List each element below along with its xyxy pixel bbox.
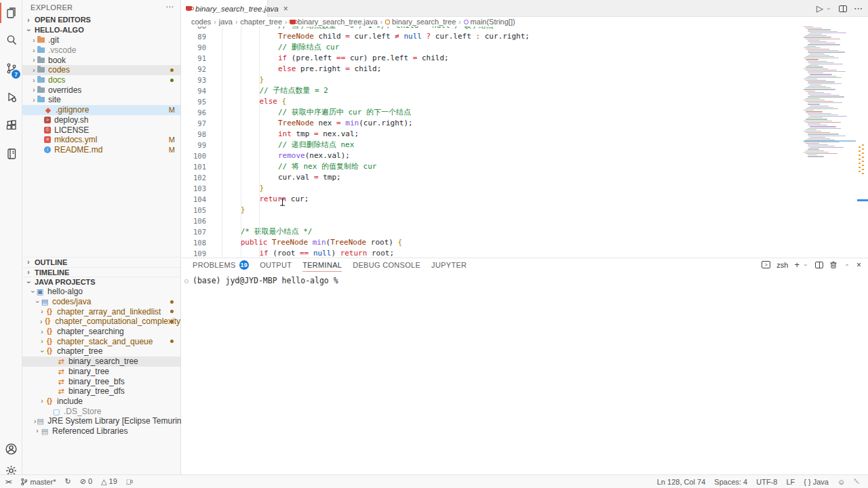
status-lf[interactable]: LF: [786, 478, 795, 486]
status-ln-128-col-74[interactable]: Ln 128, Col 74: [657, 478, 706, 486]
breadcrumb-item[interactable]: chapter_tree: [240, 18, 282, 26]
extensions-icon[interactable]: [0, 114, 22, 137]
tree-item-jre-system-library-eclipse-temurin-17-17-[interactable]: ›▤JRE System Library [Eclipse Temurin 17…: [22, 416, 180, 426]
code-line[interactable]: 89TreeNode child = cur.left ≠ null ? cur…: [182, 31, 868, 42]
source-control-icon[interactable]: 7: [0, 57, 22, 80]
tree-item-codes-java[interactable]: ›▤codes/java: [22, 297, 180, 307]
tree-item-site[interactable]: ›site: [22, 95, 180, 105]
tree-item-mkdocs-yml[interactable]: ≡mkdocs.ymlM: [22, 135, 180, 145]
warnings-icon[interactable]: △ 19: [101, 477, 117, 486]
remote-icon[interactable]: ><: [5, 479, 12, 485]
tree-item--ds-store[interactable]: ▢.DS_Store: [22, 406, 180, 416]
explorer-icon[interactable]: [0, 1, 22, 24]
tree-item-include[interactable]: ›{}include: [22, 396, 180, 407]
tree-item-chapter-searching[interactable]: ›{}chapter_searching: [22, 327, 180, 337]
code-line[interactable]: 88// 当子结点数量 = 0 / 1 时， child = null / 该子…: [182, 26, 868, 31]
more-actions-icon[interactable]: ⋯: [854, 3, 863, 14]
status-spaces-4[interactable]: Spaces: 4: [714, 478, 747, 486]
sync-icon[interactable]: ↻: [64, 477, 71, 486]
run-button[interactable]: ▷: [816, 3, 823, 14]
terminal-prompt[interactable]: (base) jyd@JYD-MBP hello-algo %: [193, 276, 338, 285]
tree-item-deploy-sh[interactable]: >deploy.sh: [22, 115, 180, 125]
code-line[interactable]: 90// 删除结点 cur: [182, 42, 868, 53]
panel-tab-debug-console[interactable]: DEBUG CONSOLE: [353, 258, 420, 272]
bell-icon[interactable]: ␇: [854, 477, 860, 486]
code-line[interactable]: 94// 子结点数量 = 2: [182, 85, 868, 96]
breadcrumb-item[interactable]: java: [219, 18, 233, 26]
close-icon[interactable]: ×: [283, 4, 288, 14]
tree-item-overrides[interactable]: ›overrides: [22, 85, 180, 95]
debug-status-icon[interactable]: ▷ͦ: [126, 478, 132, 486]
breadcrumb-item[interactable]: binary_search_tree.java: [290, 18, 377, 26]
breadcrumb-item[interactable]: main(String[]): [464, 18, 515, 26]
minimap[interactable]: [804, 26, 856, 258]
tree-item-binary-tree-bfs[interactable]: ⇄binary_tree_bfs: [22, 376, 180, 386]
tree-item-chapter-tree[interactable]: ›{}chapter_tree: [22, 346, 180, 357]
maximize-panel-icon[interactable]: ›: [844, 262, 850, 268]
code-line[interactable]: 107/* 获取最小结点 */: [182, 226, 868, 237]
open-editors-header[interactable]: › OPEN EDITORS: [22, 15, 180, 25]
split-terminal-icon[interactable]: [815, 262, 823, 268]
shell-label[interactable]: zsh: [776, 261, 788, 269]
run-debug-icon[interactable]: [0, 85, 22, 108]
terminal-dropdown-icon[interactable]: ›: [802, 262, 809, 268]
code-line[interactable]: 92else pre.right = child;: [182, 64, 868, 75]
panel-tab-jupyter[interactable]: JUPYTER: [431, 258, 467, 272]
code-line[interactable]: 93}: [182, 75, 868, 85]
code-line[interactable]: 97TreeNode nex = min(cur.right);: [182, 118, 868, 129]
code-line[interactable]: 102cur.val = tmp;: [182, 172, 868, 183]
breadcrumb-item[interactable]: binary_search_tree: [385, 18, 456, 26]
code-line[interactable]: 99// 递归删除结点 nex: [182, 140, 868, 150]
workspace-root-header[interactable]: › HELLO-ALGO: [22, 25, 180, 35]
tree-item-license[interactable]: ©LICENSE: [22, 125, 180, 135]
notebook-icon[interactable]: [0, 142, 22, 165]
tree-item-readme-md[interactable]: iREADME.mdM: [22, 145, 180, 155]
close-panel-icon[interactable]: ×: [856, 260, 861, 270]
tree-item-docs[interactable]: ›docs: [22, 75, 180, 85]
tree-item-binary-search-tree[interactable]: ⇄binary_search_tree: [22, 357, 180, 367]
tree-item-codes[interactable]: ›codes: [22, 65, 180, 75]
code-line[interactable]: 109if (root == null) return root;: [182, 248, 868, 258]
new-terminal-icon[interactable]: +: [794, 260, 800, 270]
accounts-icon[interactable]: [0, 437, 22, 460]
tree-item--vscode[interactable]: ›.vscode: [22, 45, 180, 56]
status-utf-8[interactable]: UTF-8: [756, 478, 777, 486]
code-line[interactable]: 98int tmp = nex.val;: [182, 129, 868, 140]
split-editor-icon[interactable]: [839, 5, 847, 12]
errors-icon[interactable]: ⊘ 0: [80, 477, 92, 486]
code-line[interactable]: 108public TreeNode min(TreeNode root) {: [182, 237, 868, 248]
java-projects-section[interactable]: ›JAVA PROJECTS: [22, 277, 180, 287]
breadcrumb-item[interactable]: codes: [191, 18, 211, 26]
code-line[interactable]: 100remove(nex.val);: [182, 150, 868, 161]
search-icon[interactable]: [0, 28, 22, 52]
tree-item-hello-algo[interactable]: ›▣hello-algo: [22, 287, 180, 297]
tab-binary-search-tree[interactable]: binary_search_tree.java ×: [182, 0, 268, 17]
panel-tab-output[interactable]: OUTPUT: [260, 258, 292, 272]
status--java[interactable]: { } Java: [804, 478, 829, 486]
code-line[interactable]: 91if (pre.left == cur) pre.left = child;: [182, 53, 868, 64]
branch-icon[interactable]: master*: [20, 478, 56, 486]
tree-item-chapter-stack-and-queue[interactable]: ›{}chapter_stack_and_queue: [22, 336, 180, 346]
panel-tab-problems[interactable]: PROBLEMS19: [193, 258, 249, 272]
tree-item-chapter-computational-complexity[interactable]: ›{}chapter_computational_complexity: [22, 317, 180, 327]
tree-item-binary-tree-dfs[interactable]: ⇄binary_tree_dfs: [22, 386, 180, 396]
tree-item--gitignore[interactable]: ◆.gitignoreM: [22, 105, 180, 115]
code-line[interactable]: 101// 将 nex 的值复制给 cur: [182, 161, 868, 172]
feedback-icon[interactable]: ☺: [837, 478, 845, 486]
tree-item--git[interactable]: ›.git: [22, 35, 180, 45]
tree-item-referenced-libraries[interactable]: ›▤Referenced Libraries: [22, 426, 180, 436]
code-line[interactable]: 96// 获取中序遍历中 cur 的下一个结点: [182, 107, 868, 118]
code-line[interactable]: 106: [182, 216, 868, 226]
tree-item-chapter-array-and-linkedlist[interactable]: ›{}chapter_array_and_linkedlist: [22, 306, 180, 317]
tree-item-book[interactable]: ›book: [22, 55, 180, 65]
code-line[interactable]: 105}: [182, 205, 868, 216]
ellipsis-icon[interactable]: ⋯: [165, 2, 174, 12]
code-editor[interactable]: 88// 当子结点数量 = 0 / 1 时， child = null / 该子…: [182, 26, 868, 258]
tree-item-binary-tree[interactable]: ⇄binary_tree: [22, 367, 180, 377]
timeline-section[interactable]: ›TIMELINE: [22, 267, 180, 277]
run-dropdown-icon[interactable]: ›: [825, 5, 832, 12]
code-line[interactable]: 95else {: [182, 96, 868, 107]
code-line[interactable]: 103}: [182, 183, 868, 194]
outline-section[interactable]: ›OUTLINE: [22, 257, 180, 267]
panel-tab-terminal[interactable]: TERMINAL: [302, 258, 342, 272]
